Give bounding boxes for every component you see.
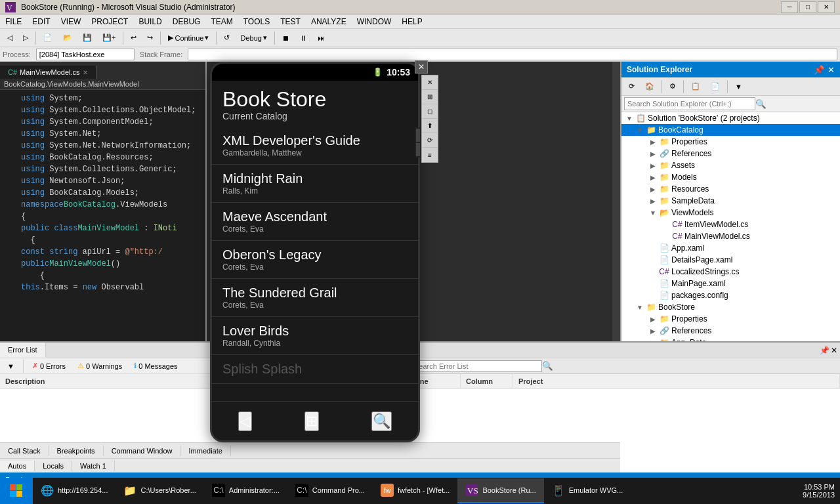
phone-home-button[interactable]: ⊞ bbox=[304, 411, 319, 431]
close-button[interactable]: ✕ bbox=[818, 1, 835, 13]
se-home-button[interactable]: 🏠 bbox=[640, 79, 659, 94]
solution-search-input[interactable] bbox=[624, 97, 755, 110]
taskbar-explorer[interactable]: 📁 C:\Users\Rober... bbox=[116, 478, 203, 503]
tree-mainviewmodel[interactable]: C# MainViewModel.cs bbox=[621, 230, 840, 242]
menu-test[interactable]: TEST bbox=[275, 14, 306, 28]
phone-tool-4[interactable]: ⬆ bbox=[422, 119, 438, 133]
menu-view[interactable]: VIEW bbox=[56, 14, 87, 28]
phone-tool-6[interactable]: ≡ bbox=[422, 148, 438, 162]
tree-sampledata[interactable]: ▶ 📁 SampleData bbox=[621, 195, 840, 207]
book-item-0[interactable]: XML Developer's Guide Gambardella, Matth… bbox=[212, 127, 418, 165]
step-over-button[interactable]: ⏭ bbox=[313, 31, 329, 45]
right-panel-pin-button[interactable]: 📌 bbox=[820, 346, 830, 355]
menu-debug[interactable]: DEBUG bbox=[167, 14, 206, 28]
tree-references-2[interactable]: ▶ 🔗 References bbox=[621, 325, 840, 337]
tree-solution[interactable]: ▼ 📋 Solution 'BookStore' (2 projects) bbox=[621, 112, 840, 124]
command-window-tab[interactable]: Command Window bbox=[104, 446, 181, 456]
tree-references-1[interactable]: ▶ 🔗 References bbox=[621, 148, 840, 159]
output-search-input[interactable] bbox=[411, 360, 542, 372]
start-button[interactable] bbox=[0, 478, 33, 504]
tree-viewmodels[interactable]: ▼ 📂 ViewModels bbox=[621, 207, 840, 219]
menu-help[interactable]: HELP bbox=[396, 14, 427, 28]
new-file-button[interactable]: 📄 bbox=[39, 31, 57, 45]
process-value[interactable]: [2084] TaskHost.exe bbox=[36, 49, 135, 60]
stop-button[interactable]: ⏹ bbox=[278, 31, 294, 45]
taskbar-cmd[interactable]: C:\ Command Pro... bbox=[287, 478, 373, 503]
tree-appxaml[interactable]: 📄 App.xaml bbox=[621, 242, 840, 254]
se-pin-button[interactable]: 📌 bbox=[814, 65, 825, 75]
call-stack-tab[interactable]: Call Stack bbox=[0, 446, 49, 456]
phone-volume-up[interactable] bbox=[416, 129, 420, 142]
se-sync-button[interactable]: ⟳ bbox=[624, 79, 639, 94]
warnings-filter-button[interactable]: ⚠ 0 Warnings bbox=[73, 360, 127, 373]
taskbar-admin-cmd[interactable]: C:\ Administrator:... bbox=[204, 478, 287, 503]
watch-1-tab[interactable]: Watch 1 bbox=[72, 461, 115, 471]
tree-properties-2[interactable]: ▶ 📁 Properties bbox=[621, 313, 840, 325]
breakpoints-tab[interactable]: Breakpoints bbox=[49, 446, 104, 456]
debug-dropdown[interactable]: Debug ▾ bbox=[236, 31, 271, 45]
se-props-button[interactable]: 📋 bbox=[686, 79, 705, 94]
stack-frame-value[interactable] bbox=[188, 49, 837, 60]
redo-button[interactable]: ↪ bbox=[142, 31, 158, 45]
forward-button[interactable]: ▷ bbox=[18, 31, 33, 45]
tree-properties-1[interactable]: ▶ 📁 Properties bbox=[621, 136, 840, 148]
taskbar-ie[interactable]: 🌐 http://169.254... bbox=[33, 478, 116, 503]
menu-window[interactable]: WINDOW bbox=[352, 14, 397, 28]
se-close-button[interactable]: ✕ bbox=[828, 65, 835, 75]
tree-itemviewmodel[interactable]: C# ItemViewModel.cs bbox=[621, 219, 840, 230]
phone-tool-5[interactable]: ⟳ bbox=[422, 133, 438, 148]
menu-edit[interactable]: EDIT bbox=[27, 14, 55, 28]
book-item-2[interactable]: Maeve Ascendant Corets, Eva bbox=[212, 203, 418, 241]
phone-tool-2[interactable]: ⊞ bbox=[422, 90, 438, 104]
open-button[interactable]: 📂 bbox=[58, 31, 77, 45]
tree-mainpage[interactable]: 📄 MainPage.xaml bbox=[621, 278, 840, 289]
se-copy-button[interactable]: 📄 bbox=[706, 79, 724, 94]
menu-analyze[interactable]: ANALYZE bbox=[306, 14, 352, 28]
undo-button[interactable]: ↩ bbox=[126, 31, 141, 45]
phone-search-button[interactable]: 🔍 bbox=[371, 411, 392, 431]
taskbar-emulator[interactable]: 📱 Emulator WVG... bbox=[544, 478, 631, 503]
book-item-5[interactable]: Lover Birds Randall, Cynthia bbox=[212, 317, 418, 355]
se-new-button[interactable]: ⚙ bbox=[665, 79, 681, 94]
phone-tool-3[interactable]: ◻ bbox=[422, 104, 438, 119]
phone-volume-down[interactable] bbox=[416, 143, 420, 156]
editor-tab-mainviewmodel[interactable]: C# MainViewModel.cs ✕ bbox=[0, 66, 96, 79]
messages-filter-button[interactable]: ℹ 0 Messages bbox=[129, 360, 182, 373]
save-button[interactable]: 💾 bbox=[78, 31, 96, 45]
continue-button[interactable]: ▶ Continue ▾ bbox=[163, 31, 213, 45]
restart-button[interactable]: ↺ bbox=[219, 31, 234, 45]
menu-project[interactable]: PROJECT bbox=[86, 14, 133, 28]
right-panel-close-button[interactable]: ✕ bbox=[831, 346, 837, 355]
menu-team[interactable]: TEAM bbox=[205, 14, 238, 28]
phone-tool-1[interactable]: ✕ bbox=[422, 75, 438, 90]
taskbar-vs[interactable]: VS BookStore (Ru... bbox=[457, 478, 543, 503]
phone-back-button[interactable]: ◁ bbox=[238, 411, 252, 431]
error-list-tab[interactable]: Error List bbox=[0, 343, 46, 358]
tree-resources[interactable]: ▶ 📁 Resources bbox=[621, 183, 840, 195]
immediate-tab[interactable]: Immediate bbox=[181, 446, 231, 456]
tree-localizedstrings[interactable]: C# LocalizedStrings.cs bbox=[621, 266, 840, 278]
tab-close-icon[interactable]: ✕ bbox=[83, 69, 88, 76]
book-item-1[interactable]: Midnight Rain Ralls, Kim bbox=[212, 165, 418, 203]
tree-bookstore[interactable]: ▼ 📁 BookStore bbox=[621, 301, 840, 313]
autos-tab[interactable]: Autos bbox=[0, 461, 35, 471]
menu-build[interactable]: BUILD bbox=[133, 14, 167, 28]
pause-button[interactable]: ⏸ bbox=[295, 31, 312, 45]
locals-tab[interactable]: Locals bbox=[35, 461, 72, 471]
minimize-button[interactable]: ─ bbox=[781, 1, 798, 13]
errors-filter-button[interactable]: ✗ 0 Errors bbox=[28, 360, 70, 373]
phone-close-button[interactable]: ✕ bbox=[415, 60, 428, 74]
taskbar-fwfetch[interactable]: fw fwfetch - [Wfet... bbox=[373, 478, 457, 503]
tree-models[interactable]: ▶ 📁 Models bbox=[621, 171, 840, 183]
menu-file[interactable]: FILE bbox=[0, 14, 27, 28]
book-item-4[interactable]: The Sundered Grail Corets, Eva bbox=[212, 279, 418, 317]
book-item-3[interactable]: Oberon's Legacy Corets, Eva bbox=[212, 241, 418, 279]
maximize-button[interactable]: □ bbox=[799, 1, 816, 13]
output-search-button[interactable]: 🔍 bbox=[542, 361, 553, 371]
back-button[interactable]: ◁ bbox=[3, 31, 17, 45]
solution-search-button[interactable]: 🔍 bbox=[755, 99, 766, 109]
se-filter-button[interactable]: ▼ bbox=[730, 79, 747, 94]
tree-assets[interactable]: ▶ 📁 Assets bbox=[621, 159, 840, 171]
error-filter-button[interactable]: ▼ bbox=[3, 360, 19, 373]
tree-detailspage[interactable]: 📄 DetailsPage.xaml bbox=[621, 254, 840, 266]
